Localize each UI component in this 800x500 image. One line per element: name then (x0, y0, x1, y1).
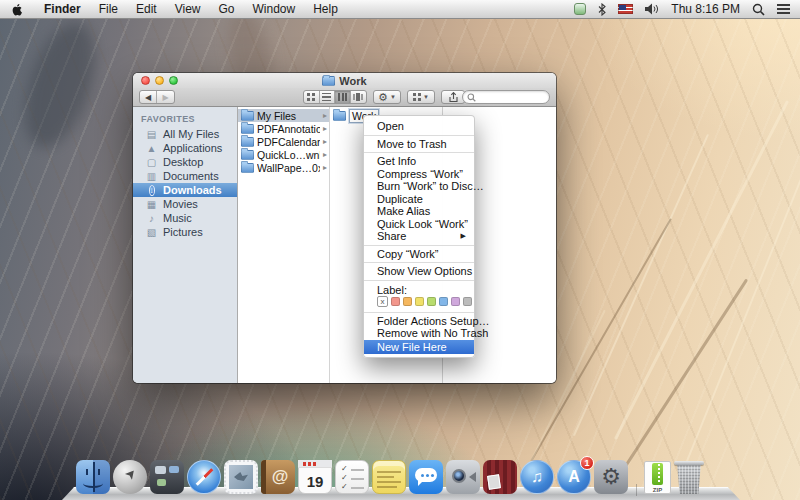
minimize-button[interactable] (155, 76, 164, 85)
menu-item-window[interactable]: Window (244, 2, 305, 16)
file-row-my-files[interactable]: My Files ▸ (238, 109, 329, 122)
window-content: FAVORITES ▤ All My Files ▲ Applications … (133, 107, 556, 383)
label-swatch-red[interactable] (391, 297, 400, 306)
context-menu-item-compress[interactable]: Compress “Work” (364, 168, 474, 181)
context-menu-item-move-to-trash[interactable]: Move to Trash (364, 138, 474, 151)
context-menu-item-folder-actions[interactable]: Folder Actions Setup… (364, 315, 474, 328)
column-view-button[interactable] (335, 91, 351, 103)
dock-trash-icon[interactable] (674, 460, 704, 494)
dock: @ 19 ✓✓✓ (62, 442, 740, 500)
search-icon (467, 93, 476, 102)
sidebar-item-movies[interactable]: ▦ Movies (133, 197, 237, 211)
menu-extra-app-icon[interactable] (574, 3, 586, 15)
context-menu-item-duplicate[interactable]: Duplicate (364, 193, 474, 206)
coverflow-view-button[interactable] (351, 91, 366, 103)
dock-finder-icon[interactable] (76, 460, 110, 494)
context-menu-item-burn[interactable]: Burn “Work” to Disc… (364, 180, 474, 193)
sidebar-item-label: Music (163, 212, 192, 224)
notification-center-icon[interactable] (777, 4, 790, 14)
dock-mail-icon[interactable] (224, 460, 258, 494)
dock-contacts-icon[interactable]: @ (261, 460, 295, 494)
menu-item-go[interactable]: Go (210, 2, 244, 16)
menu-item-help[interactable]: Help (304, 2, 347, 16)
context-menu-item-make-alias[interactable]: Make Alias (364, 205, 474, 218)
sidebar-item-documents[interactable]: ▥ Documents (133, 169, 237, 183)
dock-safari-icon[interactable] (187, 460, 221, 494)
apple-menu[interactable] (10, 2, 23, 17)
context-menu-item-show-view-options[interactable]: Show View Options (364, 265, 474, 278)
menu-item-finder[interactable]: Finder (35, 2, 90, 16)
label-swatch-orange[interactable] (403, 297, 412, 306)
volume-icon[interactable] (645, 3, 659, 15)
sidebar-item-music[interactable]: ♪ Music (133, 211, 237, 225)
folder-icon (322, 76, 335, 86)
spotlight-icon[interactable] (752, 3, 765, 16)
label-swatch-yellow[interactable] (415, 297, 424, 306)
back-button[interactable]: ◀ (140, 91, 157, 103)
menu-separator (364, 262, 474, 263)
context-menu-item-copy[interactable]: Copy “Work” (364, 248, 474, 261)
dock-zip-archive-icon[interactable]: ZIP (644, 461, 671, 494)
context-menu-item-new-file-here[interactable]: New File Here (364, 340, 474, 354)
menu-bar-clock[interactable]: Thu 8:16 PM (671, 2, 740, 16)
action-gear-button[interactable]: ⚙ ▼ (373, 90, 401, 104)
file-name: PDFCalendar (257, 136, 320, 148)
label-swatch-purple[interactable] (451, 297, 460, 306)
bluetooth-icon[interactable] (598, 3, 606, 16)
list-view-button[interactable] (320, 91, 336, 103)
sidebar-item-desktop[interactable]: ▢ Desktop (133, 155, 237, 169)
close-button[interactable] (141, 76, 150, 85)
context-menu-item-remove-no-trash[interactable]: Remove with No Trash (364, 327, 474, 340)
menu-item-edit[interactable]: Edit (127, 2, 166, 16)
file-row-quicklook-downloader[interactable]: QuickLo…wnloader ▸ (238, 148, 329, 161)
menu-item-label: Duplicate (377, 193, 423, 206)
dock-reminders-icon[interactable]: ✓✓✓ (335, 460, 369, 494)
context-menu-item-get-info[interactable]: Get Info (364, 155, 474, 168)
context-menu-item-quick-look[interactable]: Quick Look “Work” (364, 218, 474, 231)
sidebar-item-downloads[interactable]: ↓ Downloads (133, 183, 237, 197)
calendar-month (303, 462, 317, 466)
file-name: WallPape…0x1440 (257, 162, 320, 174)
column-view-icon (338, 93, 347, 101)
coverflow-view-icon (353, 93, 363, 101)
dock-calendar-icon[interactable]: 19 (298, 460, 332, 494)
forward-button[interactable]: ▶ (157, 91, 174, 103)
label-swatch-blue[interactable] (439, 297, 448, 306)
file-row-wallpaper[interactable]: WallPape…0x1440 ▸ (238, 161, 329, 174)
window-titlebar[interactable]: Work (133, 73, 556, 88)
dock-photo-booth-icon[interactable] (483, 460, 517, 494)
zoom-button[interactable] (169, 76, 178, 85)
dock-launchpad-icon[interactable] (113, 460, 147, 494)
search-input[interactable] (462, 90, 550, 104)
speech-bubble-icon (415, 468, 437, 482)
context-menu-item-open[interactable]: Open (364, 120, 474, 133)
folder-icon (333, 111, 346, 121)
disclosure-arrow-icon: ▸ (323, 150, 327, 159)
dock-messages-icon[interactable] (409, 460, 443, 494)
dock-itunes-icon[interactable]: ♫ (520, 460, 554, 494)
menu-item-label: Move to Trash (377, 138, 447, 151)
menu-item-view[interactable]: View (166, 2, 210, 16)
menu-separator (364, 245, 474, 246)
dock-system-preferences-icon[interactable]: ⚙ (594, 460, 628, 494)
window-title: Work (322, 75, 366, 87)
input-language-flag-icon[interactable] (618, 4, 633, 14)
sidebar-item-applications[interactable]: ▲ Applications (133, 141, 237, 155)
label-swatch-gray[interactable] (463, 297, 472, 306)
dock-facetime-icon[interactable] (446, 460, 480, 494)
dock-mission-control-icon[interactable] (150, 460, 184, 494)
label-clear-swatch[interactable]: x (377, 296, 388, 307)
dock-app-store-icon[interactable]: A 1 (557, 460, 591, 494)
label-swatch-green[interactable] (427, 297, 436, 306)
menu-item-file[interactable]: File (90, 2, 127, 16)
sidebar-item-label: Desktop (163, 156, 203, 168)
context-menu-item-share[interactable]: Share ▶ (364, 230, 474, 243)
file-row-pdfannotationeditor[interactable]: PDFAnnotationEditor ▸ (238, 122, 329, 135)
sidebar-item-pictures[interactable]: ▧ Pictures (133, 225, 237, 239)
file-row-pdfcalendar[interactable]: PDFCalendar ▸ (238, 135, 329, 148)
downloads-icon: ↓ (145, 184, 158, 196)
arrange-button[interactable]: ▼ (407, 90, 435, 104)
sidebar-item-all-my-files[interactable]: ▤ All My Files (133, 127, 237, 141)
dock-notes-icon[interactable] (372, 460, 406, 494)
icon-view-button[interactable] (304, 91, 320, 103)
